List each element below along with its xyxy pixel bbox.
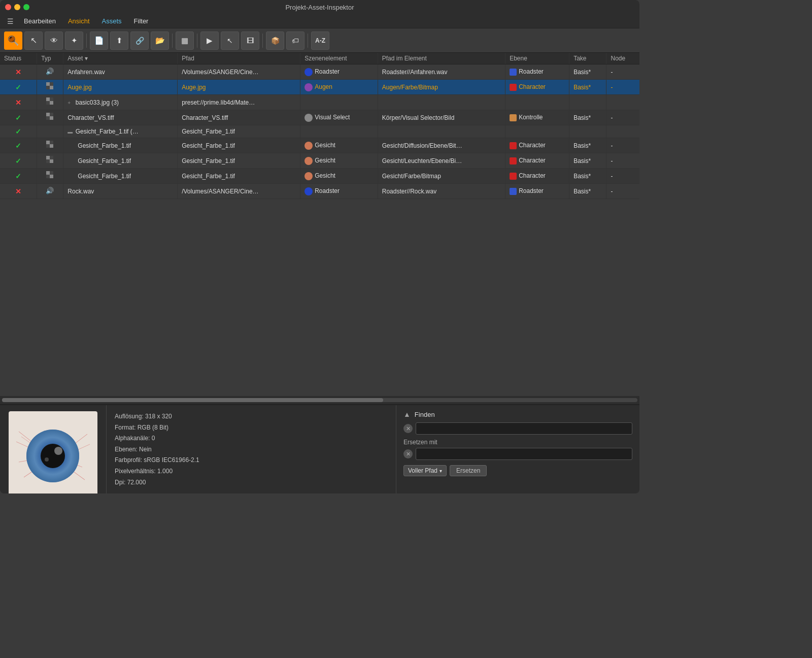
box-icon: 📦 — [271, 37, 280, 45]
find-input[interactable] — [416, 422, 632, 435]
col-typ: Typ — [37, 53, 63, 64]
asset-table-container[interactable]: Status Typ Asset ▾ Pfad Szenenelement Pf… — [0, 53, 639, 396]
expand-icon[interactable]: + — [67, 100, 74, 106]
cell-take: Basis* — [569, 110, 606, 125]
maximize-button[interactable] — [23, 4, 29, 10]
cell-ebene: Kontrolle — [505, 110, 569, 125]
checkerboard-icon: ▦ — [181, 36, 188, 45]
cell-typ — [37, 153, 63, 169]
table-row[interactable]: ✕ + basic033.jpg (3)preset://prime.lib4d… — [0, 95, 639, 110]
table-row[interactable]: ✓ Auge.jpgAuge.jpgAugenAugen/Farbe/Bitma… — [0, 80, 639, 95]
svg-rect-1 — [46, 82, 50, 86]
horizontal-scrollbar[interactable] — [0, 396, 639, 404]
expand-icon[interactable]: ▬ — [67, 129, 74, 135]
pointer-icon: ✦ — [71, 36, 78, 45]
scene-name: Roadster — [315, 68, 340, 75]
cell-ebene: Roadster — [505, 64, 569, 80]
menu-filter[interactable]: Filter — [129, 16, 154, 26]
table-row[interactable]: ✓▬ Gesicht_Farbe_1.tif (…Gesicht_Farbe_1… — [0, 125, 639, 138]
table-row[interactable]: ✓ Gesicht_Farbe_1.tifGesicht_Farbe_1.tif… — [0, 138, 639, 153]
toolbar-upload[interactable]: ⬆ — [110, 31, 128, 50]
svg-rect-15 — [50, 141, 53, 144]
table-row[interactable]: ✕🔊Rock.wav/Volumes/ASANGER/Cine…Roadster… — [0, 184, 639, 199]
close-button[interactable] — [5, 4, 11, 10]
menu-bearbeiten[interactable]: Bearbeiten — [19, 16, 61, 26]
cell-ebene: Roadster — [505, 184, 569, 199]
cell-szene: Augen — [300, 80, 378, 95]
cell-pfad-element: Gesicht/Leuchten/Ebene/Bi… — [378, 153, 505, 169]
toolbar-checkerboard[interactable]: ▦ — [176, 31, 194, 50]
table-wrapper: Status Typ Asset ▾ Pfad Szenenelement Pf… — [0, 53, 639, 396]
svg-text:🔊: 🔊 — [46, 186, 54, 195]
preview-area — [0, 405, 107, 494]
scene-name: Gesicht — [315, 157, 335, 164]
cell-pfad-element: Augen/Farbe/Bitmap — [378, 80, 505, 95]
replace-button[interactable]: Ersetzen — [450, 465, 487, 476]
cell-status: ✕ — [0, 95, 37, 110]
table-row[interactable]: ✓ Gesicht_Farbe_1.tifGesicht_Farbe_1.tif… — [0, 153, 639, 169]
info-colorprofile: Farbprofil: sRGB IEC61966-2.1 — [115, 455, 388, 466]
svg-rect-12 — [46, 116, 50, 120]
hamburger-menu[interactable]: ☰ — [4, 16, 17, 26]
ebene-name: Character — [519, 157, 546, 164]
svg-point-40 — [45, 457, 49, 462]
find-clear-button[interactable]: ✕ — [403, 424, 413, 433]
toolbar-cursor2[interactable]: ↖ — [221, 31, 239, 50]
ebene-name: Character — [519, 172, 546, 179]
toolbar-box[interactable]: 📦 — [266, 31, 284, 50]
toolbar-folder[interactable]: 📂 — [151, 31, 169, 50]
table-row[interactable]: ✓ Gesicht_Farbe_1.tifGesicht_Farbe_1.tif… — [0, 169, 639, 184]
asset-name: Gesicht_Farbe_1.tif (… — [76, 128, 139, 135]
cell-status: ✕ — [0, 184, 37, 199]
toolbar-film[interactable]: 🎞 — [241, 31, 259, 50]
cell-node — [606, 125, 639, 138]
scene-name: Gesicht — [315, 142, 335, 149]
svg-rect-8 — [46, 101, 50, 105]
check-icon: ✓ — [15, 142, 21, 150]
toolbar-new-doc[interactable]: 📄 — [90, 31, 108, 50]
chevron-down-icon: ▾ — [439, 468, 442, 474]
toolbar-link[interactable]: 🔗 — [130, 31, 149, 50]
cell-szene — [300, 125, 378, 138]
toolbar-eye[interactable]: 👁 — [45, 31, 63, 50]
replace-input-row: ✕ — [403, 448, 632, 460]
svg-rect-19 — [50, 156, 53, 159]
window-title: Projekt-Asset-Inspektor — [285, 4, 354, 11]
replace-clear-button[interactable]: ✕ — [403, 449, 413, 458]
scene-name: Roadster — [315, 187, 340, 194]
toolbar-play[interactable]: ▶ — [200, 31, 219, 50]
cell-status: ✓ — [0, 138, 37, 153]
cell-node: - — [606, 138, 639, 153]
cell-pfad: Character_VS.tiff — [178, 110, 300, 125]
minimize-button[interactable] — [14, 4, 20, 10]
cell-ebene — [505, 95, 569, 110]
scrollbar-thumb[interactable] — [2, 398, 383, 402]
scene-icon — [304, 172, 313, 180]
path-type-dropdown[interactable]: Voller Pfad ▾ — [403, 465, 447, 476]
separator-1 — [86, 34, 87, 48]
table-row[interactable]: ✕🔊Anfahren.wav/Volumes/ASANGER/Cine…Road… — [0, 64, 639, 80]
asset-name: Auge.jpg — [67, 84, 91, 91]
film-icon: 🎞 — [247, 37, 254, 45]
toolbar-cursor[interactable]: ↖ — [24, 31, 43, 50]
toolbar-search[interactable]: 🔍 — [4, 31, 22, 50]
find-label: Finden — [415, 411, 435, 418]
svg-rect-13 — [46, 141, 50, 144]
find-replace-panel: ▲ Finden ✕ Ersetzen mit ✕ Voller Pfad ▾ … — [396, 405, 639, 494]
menu-assets[interactable]: Assets — [97, 16, 127, 26]
menu-ansicht[interactable]: Ansicht — [63, 16, 95, 26]
find-collapse-icon[interactable]: ▲ — [403, 410, 411, 418]
cell-typ — [37, 138, 63, 153]
toolbar-tag[interactable]: 🏷 — [286, 31, 304, 50]
info-pixelratio: Pixelverhältnis: 1.000 — [115, 466, 388, 477]
toolbar-sort[interactable]: A-Z — [311, 31, 329, 50]
table-row[interactable]: ✓ Character_VS.tiffCharacter_VS.tiffVisu… — [0, 110, 639, 125]
svg-rect-22 — [50, 175, 53, 178]
cell-take: Basis* — [569, 169, 606, 184]
toolbar-pointer[interactable]: ✦ — [65, 31, 83, 50]
ebene-name: Character — [519, 83, 546, 90]
scene-name: Augen — [315, 83, 332, 90]
replace-input[interactable] — [416, 448, 632, 460]
ebene-color — [510, 188, 517, 195]
sort-icon: A-Z — [315, 37, 325, 44]
